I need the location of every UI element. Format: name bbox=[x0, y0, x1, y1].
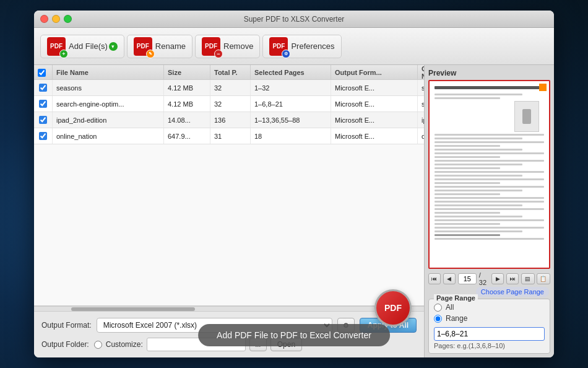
page-range-title: Page Range bbox=[434, 294, 478, 302]
row-checkbox[interactable] bbox=[39, 100, 47, 108]
customize-radio[interactable] bbox=[94, 341, 102, 349]
add-files-button[interactable]: PDF Add File(s) ▾ bbox=[40, 35, 124, 58]
page-line bbox=[435, 223, 500, 225]
row-size: 4.12 MB bbox=[164, 96, 210, 112]
row-checkbox-cell bbox=[34, 112, 53, 128]
preview-content bbox=[430, 81, 549, 268]
preview-label: Preview bbox=[428, 69, 550, 77]
header-size: Size bbox=[164, 65, 210, 80]
customize-label: Customize: bbox=[106, 340, 143, 349]
page-line bbox=[435, 208, 544, 210]
rename-button[interactable]: PDF Rename bbox=[127, 35, 192, 58]
row-output: search-engine-optim... bbox=[418, 96, 424, 112]
rename-label: Rename bbox=[155, 42, 186, 51]
table-row[interactable]: search-engine-optim... 4.12 MB 32 1–6,8–… bbox=[34, 96, 424, 112]
add-dropdown-arrow[interactable]: ▾ bbox=[109, 42, 118, 51]
horizontal-scrollbar[interactable] bbox=[34, 306, 424, 311]
select-all-checkbox[interactable] bbox=[38, 69, 46, 77]
main-content: File Name Size Total P. Selected Pages O… bbox=[34, 65, 554, 357]
window-title: Super PDF to XLSX Converter bbox=[244, 15, 345, 24]
table-row[interactable]: online_nation 647.9... 31 18 Microsoft E… bbox=[34, 128, 424, 144]
thumbnail-view-button[interactable]: ▤ bbox=[521, 273, 535, 284]
row-output: ipad_2nd-edition.xls... bbox=[418, 112, 424, 128]
remove-button[interactable]: PDF Remove bbox=[195, 35, 260, 58]
page-line bbox=[435, 230, 522, 232]
table-row[interactable]: ipad_2nd-edition 14.08... 136 1–13,36,55… bbox=[34, 112, 424, 128]
last-page-button[interactable]: ⏭ bbox=[506, 273, 519, 284]
orange-tag bbox=[539, 84, 547, 91]
minimize-button[interactable] bbox=[52, 15, 60, 23]
page-line bbox=[435, 234, 500, 236]
preview-area bbox=[428, 80, 550, 269]
row-format: Microsoft E... bbox=[331, 96, 418, 112]
page-line bbox=[435, 227, 544, 229]
preferences-button[interactable]: PDF Preferences bbox=[262, 35, 341, 58]
remove-label: Remove bbox=[223, 42, 253, 51]
page-line bbox=[435, 141, 544, 143]
page-line bbox=[435, 197, 544, 199]
close-button[interactable] bbox=[40, 15, 48, 23]
header-output-name: Output Name bbox=[418, 65, 424, 80]
preview-navigation: ⏮ ◀ / 32 ▶ ⏭ ▤ 📋 bbox=[428, 269, 550, 287]
page-line bbox=[435, 216, 522, 217]
all-pages-radio[interactable] bbox=[434, 304, 442, 312]
page-figure bbox=[514, 101, 539, 132]
row-checkbox[interactable] bbox=[39, 132, 47, 140]
convert-button[interactable]: Add PDF File to PDF to Excel Converter bbox=[198, 324, 390, 346]
titlebar: Super PDF to XLSX Converter bbox=[34, 11, 554, 28]
range-label: Range bbox=[446, 314, 467, 323]
page-line bbox=[435, 94, 522, 95]
page-line bbox=[435, 238, 544, 240]
header-total-pages: Total P. bbox=[210, 65, 251, 80]
row-filename: seasons bbox=[53, 80, 164, 95]
row-pages: 1–13,36,55–88 bbox=[251, 112, 331, 128]
range-radio[interactable] bbox=[434, 315, 442, 323]
list-view-button[interactable]: 📋 bbox=[537, 273, 550, 284]
page-line bbox=[435, 171, 544, 173]
header-output-format: Output Form... bbox=[331, 65, 418, 80]
range-input[interactable] bbox=[434, 327, 545, 341]
remove-icon: PDF bbox=[202, 37, 220, 56]
row-checkbox[interactable] bbox=[39, 84, 47, 92]
row-format: Microsoft E... bbox=[331, 128, 418, 144]
page-number-input[interactable] bbox=[458, 273, 477, 284]
page-line bbox=[435, 164, 522, 165]
prev-page-button[interactable]: ◀ bbox=[443, 273, 456, 284]
page-line bbox=[435, 186, 544, 188]
convert-icon-area: PDF bbox=[374, 289, 412, 326]
output-format-label: Output Format: bbox=[41, 321, 92, 330]
row-total: 32 bbox=[210, 80, 251, 95]
page-line bbox=[435, 97, 500, 99]
row-pages: 1–6,8–21 bbox=[251, 96, 331, 112]
convert-icon: PDF bbox=[374, 289, 412, 326]
convert-button-area: Add PDF File to PDF to Excel Converter bbox=[198, 324, 390, 346]
maximize-button[interactable] bbox=[64, 15, 72, 23]
figure-person bbox=[522, 109, 531, 124]
page-line bbox=[435, 190, 522, 191]
row-checkbox[interactable] bbox=[39, 116, 47, 124]
row-total: 32 bbox=[210, 96, 251, 112]
all-pages-row: All bbox=[434, 303, 545, 312]
output-folder-label: Output Folder: bbox=[41, 340, 89, 349]
page-line bbox=[435, 204, 522, 206]
next-page-button[interactable]: ▶ bbox=[491, 273, 504, 284]
range-row: Range bbox=[434, 314, 545, 323]
row-filename: ipad_2nd-edition bbox=[53, 112, 164, 128]
right-panel: Preview bbox=[424, 65, 554, 357]
page-line bbox=[435, 193, 500, 195]
page-line bbox=[435, 145, 500, 147]
row-size: 4.12 MB bbox=[164, 80, 210, 95]
table-row[interactable]: seasons 4.12 MB 32 1–32 Microsoft E... s… bbox=[34, 80, 424, 96]
page-line bbox=[435, 160, 544, 162]
page-total: / 32 bbox=[479, 271, 489, 286]
first-page-button[interactable]: ⏮ bbox=[428, 273, 441, 284]
row-checkbox-cell bbox=[34, 96, 53, 112]
preferences-icon: PDF bbox=[269, 37, 288, 56]
page-line bbox=[435, 134, 544, 136]
page-line bbox=[435, 167, 500, 169]
left-panel: File Name Size Total P. Selected Pages O… bbox=[34, 65, 424, 357]
header-checkbox bbox=[34, 65, 53, 80]
page-line bbox=[435, 152, 544, 154]
rename-icon: PDF bbox=[134, 37, 152, 56]
page-lines bbox=[430, 81, 549, 245]
